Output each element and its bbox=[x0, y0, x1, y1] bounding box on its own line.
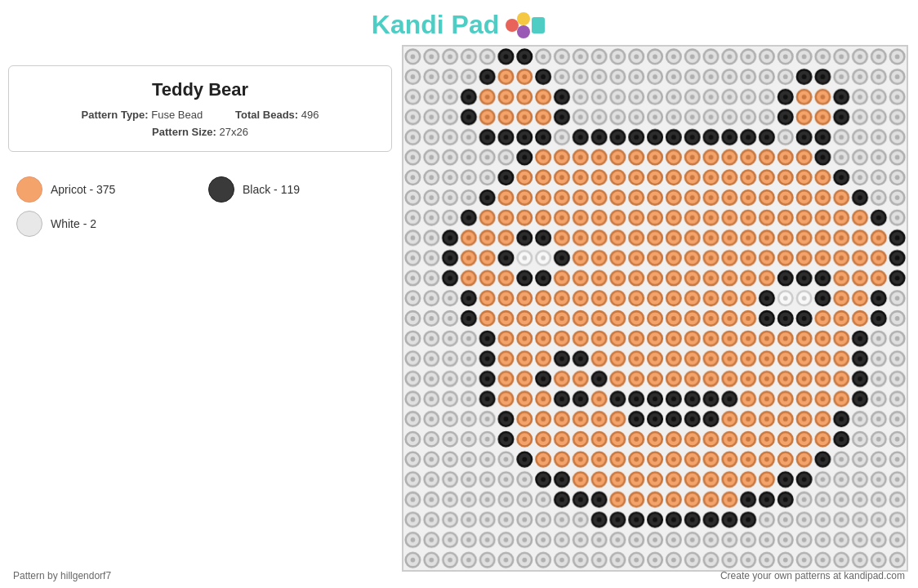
info-card: Teddy Bear Pattern Type: Fuse Bead Total… bbox=[8, 65, 392, 152]
total-beads-value: 496 bbox=[301, 109, 319, 121]
pattern-title: Teddy Bear bbox=[25, 79, 375, 100]
footer: Pattern by hillgendorf7 Create your own … bbox=[0, 570, 918, 581]
pattern-size-label: Pattern Size: bbox=[152, 126, 216, 138]
canvas-area bbox=[402, 45, 908, 572]
color-swatch-black bbox=[208, 176, 234, 203]
bead-grid bbox=[403, 47, 907, 570]
pattern-type-label: Pattern Type: bbox=[82, 109, 149, 121]
color-item-apricot: Apricot - 375 bbox=[16, 176, 192, 203]
color-label-white: White - 2 bbox=[51, 217, 96, 230]
svg-point-1 bbox=[517, 12, 530, 25]
pattern-size-value: 27x26 bbox=[219, 126, 247, 138]
left-panel: Teddy Bear Pattern Type: Fuse Bead Total… bbox=[8, 65, 392, 245]
footer-left: Pattern by hillgendorf7 bbox=[13, 570, 111, 581]
color-swatch-apricot bbox=[16, 176, 42, 203]
pattern-by-label: Pattern by bbox=[13, 570, 58, 581]
color-item-black: Black - 119 bbox=[208, 176, 384, 203]
pattern-size: Pattern Size: 27x26 bbox=[152, 126, 248, 138]
color-label-black: Black - 119 bbox=[243, 183, 300, 196]
pattern-type-value: Fuse Bead bbox=[151, 109, 203, 121]
svg-point-0 bbox=[506, 19, 519, 32]
svg-rect-3 bbox=[532, 17, 545, 33]
footer-right: Create your own patterns at kandipad.com bbox=[720, 570, 905, 581]
svg-point-2 bbox=[517, 25, 530, 38]
logo-pad: Pad bbox=[452, 10, 500, 39]
total-beads: Total Beads: 496 bbox=[235, 109, 319, 121]
color-swatch-white bbox=[16, 211, 42, 237]
pattern-by-author: hillgendorf7 bbox=[60, 570, 111, 581]
pattern-type: Pattern Type: Fuse Bead bbox=[82, 109, 203, 121]
logo-kandi: Kandi bbox=[372, 10, 444, 39]
logo-icons bbox=[506, 11, 546, 40]
header: Kandi Pad bbox=[0, 0, 918, 47]
color-item-white: White - 2 bbox=[16, 211, 192, 237]
logo-space bbox=[444, 10, 452, 39]
logo-text: Kandi Pad bbox=[372, 10, 499, 40]
color-label-apricot: Apricot - 375 bbox=[51, 183, 115, 196]
logo-decorative-icons bbox=[506, 11, 546, 40]
pattern-meta: Pattern Type: Fuse Bead Total Beads: 496 bbox=[25, 109, 375, 121]
color-legend: Apricot - 375 Black - 119 White - 2 bbox=[8, 168, 392, 245]
total-beads-label: Total Beads: bbox=[235, 109, 298, 121]
